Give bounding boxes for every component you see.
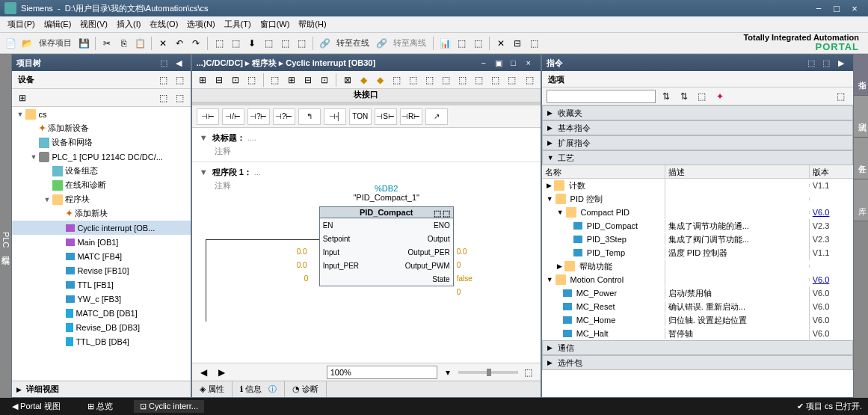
fb-pin-outputpwm[interactable]: Output_PWM — [387, 259, 453, 272]
toolbar-icon[interactable]: ⬚ — [294, 36, 309, 51]
editor-tool-icon[interactable]: ⬚ — [439, 73, 454, 87]
undo-icon[interactable]: ↶ — [172, 36, 187, 51]
tab-diagnostics[interactable]: ◔诊断 — [285, 381, 327, 397]
editor-tool-icon[interactable]: ⬚ — [488, 73, 503, 87]
instr-motion[interactable]: ▼Motion Control V6.0 — [542, 273, 853, 286]
panel-collapse-icon[interactable]: ◀ — [171, 58, 186, 68]
search-input[interactable] — [547, 90, 656, 103]
panel-expand-icon[interactable]: ▶ — [834, 58, 849, 68]
block-title-section[interactable]: ▼块标题： .... 注释 — [192, 128, 541, 162]
fb-pin-outputper[interactable]: Output_PER — [387, 245, 453, 259]
toolbar-icon[interactable]: ⊟ — [510, 36, 525, 51]
block-cyclic[interactable]: Cyclic interrupt [OB... — [12, 221, 190, 235]
editor-tool-icon[interactable]: ⬚ — [455, 73, 470, 87]
fb-pin-input[interactable]: Input — [320, 245, 387, 259]
toolbar-icon[interactable]: 📊 — [437, 36, 452, 51]
editor-tool-icon[interactable]: ⬚ — [406, 73, 421, 87]
device-config[interactable]: 设备组态 — [12, 164, 190, 178]
palette-set[interactable]: ⊣S⊢ — [375, 108, 397, 125]
save-project-label[interactable]: 保存项目 — [36, 37, 75, 49]
go-online-label[interactable]: 转至在线 — [333, 37, 372, 49]
pin-value[interactable]: 0 — [457, 261, 461, 269]
side-tab-instructions[interactable]: 指令 — [854, 54, 868, 96]
tree-tool-icon[interactable]: ⊞ — [15, 90, 30, 105]
fb-pin-en[interactable]: EN — [320, 218, 387, 232]
side-tab-testing[interactable]: 测试 — [854, 96, 868, 138]
minimize-button[interactable]: − — [810, 3, 828, 14]
plc-node[interactable]: ▼PLC_1 [CPU 1214C DC/DC/... — [12, 150, 190, 164]
pin-value[interactable]: 0 — [304, 274, 309, 283]
acc-technology[interactable]: ▼工艺 — [542, 150, 853, 165]
minimize-icon[interactable]: − — [476, 58, 491, 67]
fb-pin-eno[interactable]: ENO — [387, 218, 453, 232]
toolbar-icon[interactable]: ⬚ — [454, 36, 469, 51]
instr-pid-folder[interactable]: ▼PID 控制 — [542, 192, 853, 206]
zoom-input[interactable] — [327, 366, 437, 379]
panel-icon[interactable]: ⬚ — [819, 58, 834, 68]
detail-view-header[interactable]: ▶ 详细视图 — [12, 381, 190, 397]
fb-pin-state[interactable]: State — [387, 272, 453, 286]
instr-help[interactable]: ▶帮助功能 — [542, 259, 853, 273]
project-tree[interactable]: ▼cs ✦ 添加新设备 设备和网络 ▼PLC_1 [CPU 1214C DC/D… — [12, 107, 190, 381]
program-blocks[interactable]: ▼程序块 — [12, 192, 190, 206]
block-interface-bar[interactable]: 块接口 — [192, 89, 541, 102]
editor-tool-icon[interactable]: ⊞ — [195, 73, 210, 87]
delete-icon[interactable]: ✕ — [156, 36, 170, 51]
editor-tool-icon[interactable]: ⬚ — [472, 73, 487, 87]
acc-favorites[interactable]: ▶收藏夹 — [542, 105, 853, 120]
instr-mc-reset[interactable]: MC_Reset 确认错误. 重新启动...V6.0 — [542, 300, 853, 313]
network-section[interactable]: ▼程序段 1： ... 注释 %DB2 "PID_Compact_1" PID_… — [192, 162, 541, 345]
menu-tools[interactable]: 工具(T) — [220, 17, 256, 31]
nav-prev-icon[interactable]: ◀ — [197, 365, 212, 380]
instr-mc-halt[interactable]: MC_Halt 暂停轴V6.0 — [542, 327, 853, 340]
paste-icon[interactable]: 📋 — [132, 36, 147, 51]
editor-tool-icon[interactable]: ⬚ — [244, 73, 259, 87]
tree-tool-icon[interactable]: ⬚ — [173, 90, 188, 105]
function-block[interactable]: PID_Compact ⬚⬚ EN Setpoint Input Input_P… — [319, 206, 454, 286]
portal-view-button[interactable]: ◀ Portal 视图 — [6, 399, 67, 414]
block-main[interactable]: Main [OB1] — [12, 235, 190, 249]
toolbar-icon[interactable]: ⬚ — [470, 36, 485, 51]
search-tool-icon[interactable]: ⇅ — [677, 89, 692, 104]
toolbar-icon[interactable]: ⬚ — [261, 36, 276, 51]
close-button[interactable]: × — [846, 3, 864, 14]
pin-value[interactable]: false — [457, 274, 473, 283]
palette-ton[interactable]: TON — [349, 108, 372, 125]
acc-communication[interactable]: ▶通信 — [542, 340, 853, 355]
fb-help-icon[interactable]: ⬚ — [443, 209, 450, 218]
instr-pid-temp[interactable]: PID_Temp 温度 PID 控制器V1.1 — [542, 246, 853, 259]
menu-online[interactable]: 在线(O) — [145, 17, 182, 31]
toolbar-icon[interactable]: ⬚ — [277, 36, 292, 51]
editor-tool-icon[interactable]: ⬚ — [268, 73, 283, 87]
editor-tool-icon[interactable]: ⊟ — [212, 73, 227, 87]
close-editor-icon[interactable]: × — [521, 58, 536, 67]
new-project-icon[interactable]: 📄 — [3, 36, 18, 51]
instr-pid-3step[interactable]: PID_3Step 集成了阀门调节功能...V2.3 — [542, 233, 853, 246]
menu-view[interactable]: 视图(V) — [76, 17, 112, 31]
search-tool-icon[interactable]: ✦ — [712, 89, 727, 104]
pin-value[interactable]: 0 — [457, 288, 461, 296]
side-tab-libraries[interactable]: 库 — [854, 179, 868, 221]
editor-tool-icon[interactable]: ⊞ — [284, 73, 299, 87]
tab-properties[interactable]: ◈属性 — [192, 381, 233, 397]
ladder-network[interactable]: %DB2 "PID_Compact_1" PID_Compact ⬚⬚ EN S… — [200, 191, 533, 341]
palette-item[interactable]: ⊣?⊢ — [247, 108, 270, 125]
palette-contact-no[interactable]: ⊣⊢ — [197, 108, 219, 125]
acc-extended[interactable]: ▶扩展指令 — [542, 135, 853, 150]
go-online-icon[interactable]: 🔗 — [317, 36, 332, 51]
menu-help[interactable]: 帮助(H) — [294, 17, 330, 31]
block-ywc[interactable]: YW_c [FB3] — [12, 292, 190, 306]
block-matc[interactable]: MATC [FB4] — [12, 249, 190, 263]
redo-icon[interactable]: ↷ — [188, 36, 203, 51]
cut-icon[interactable]: ✂ — [99, 36, 114, 51]
instr-mc-home[interactable]: MC_Home 归位轴. 设置起始位置V6.0 — [542, 313, 853, 327]
menu-window[interactable]: 窗口(W) — [256, 17, 295, 31]
editor-tool-icon[interactable]: ⬚ — [523, 73, 538, 87]
acc-options[interactable]: ▶选件包 — [542, 355, 853, 370]
palette-jump[interactable]: ↗ — [425, 108, 448, 125]
search-tool-icon[interactable]: ⬚ — [695, 89, 710, 104]
editor-tool-icon[interactable]: ◆ — [373, 73, 388, 87]
editor-tool-icon[interactable]: ⬚ — [422, 73, 437, 87]
fb-pin-output[interactable]: Output — [387, 232, 453, 245]
menu-edit[interactable]: 编辑(E) — [40, 17, 76, 31]
